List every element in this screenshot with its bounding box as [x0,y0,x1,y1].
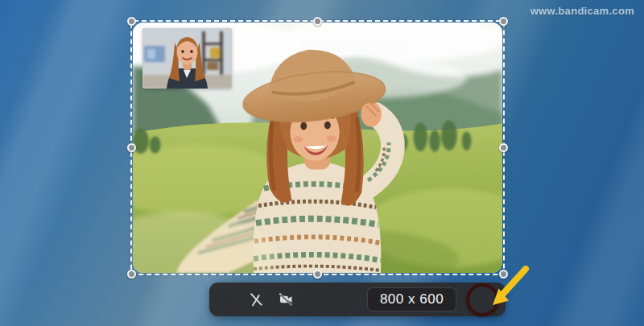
mic-button[interactable] [332,286,359,313]
draw-off-button[interactable] [242,286,270,313]
close-icon [223,295,232,304]
webcam-overlay[interactable] [142,28,232,89]
selection-handle-bottom-left[interactable] [127,270,136,279]
microphone-icon [337,291,353,307]
selection-handle-bottom-middle[interactable] [313,270,322,279]
speaker-icon [308,291,324,307]
speaker-button[interactable] [302,286,329,313]
selection-handle-middle-right[interactable] [499,143,508,152]
capture-selection-region[interactable] [130,20,505,275]
selection-handle-top-middle[interactable] [313,17,322,26]
watermark: www.bandicam.com [530,5,634,17]
webcam-video-frame [142,28,232,89]
selection-handle-middle-left[interactable] [127,143,136,152]
desktop-wallpaper: www.bandicam.com [0,0,644,326]
close-button[interactable] [219,291,236,308]
webcam-off-button[interactable] [272,286,299,313]
pointer-arrow-icon [481,264,538,314]
capture-size-label: 800 x 600 [367,287,456,312]
recording-toolbar: 800 x 600 [209,283,506,316]
selection-handle-top-right[interactable] [499,17,508,26]
screen-capture-preview [133,23,502,273]
webcam-off-icon [278,291,294,307]
selection-handle-top-left[interactable] [127,17,136,26]
pen-off-icon [248,291,264,307]
